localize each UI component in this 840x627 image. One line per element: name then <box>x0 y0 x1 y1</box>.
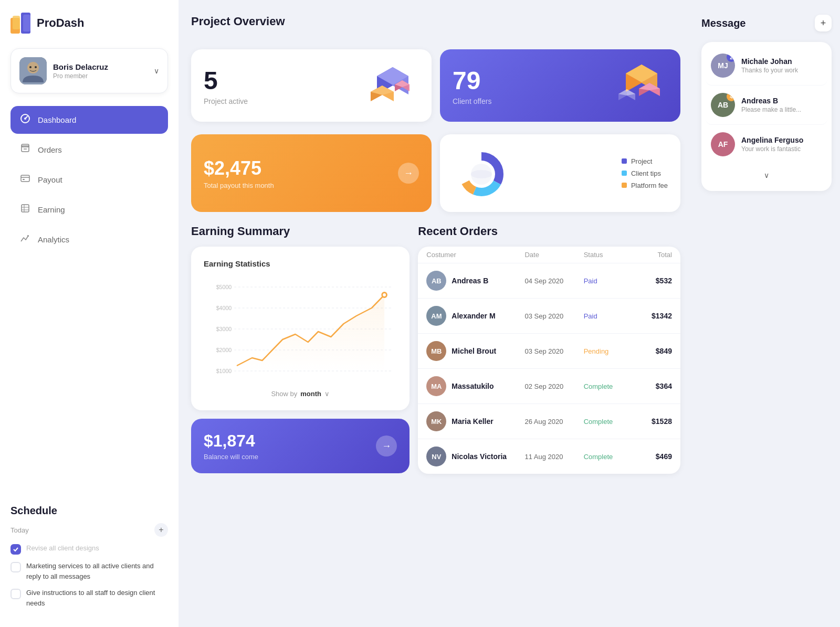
customer-avatar: AB <box>426 271 446 291</box>
stat1-label: Project active <box>204 97 248 105</box>
show-by-row: Show by month ∨ <box>204 390 397 398</box>
messages-list: MJ2 Michale Johan Thanks fo your work AB… <box>701 42 832 191</box>
sidebar-item-orders[interactable]: Orders <box>10 136 168 164</box>
add-schedule-button[interactable]: + <box>154 523 168 537</box>
customer-cell: AM Alexander M <box>426 306 524 326</box>
message-item[interactable]: AF Angelina Ferguso Your work is fantast… <box>706 125 827 164</box>
svg-text:$5000: $5000 <box>216 284 232 290</box>
legend-client-tips-label: Client tips <box>631 169 661 177</box>
message-name: Michale Johan <box>741 57 822 66</box>
dashboard-icon <box>20 113 30 126</box>
schedule-item-0[interactable]: Revise all client designs <box>10 543 168 555</box>
message-content: Andreas B Please make a little... <box>741 97 822 113</box>
blocks-icon <box>366 62 419 109</box>
table-row[interactable]: MB Michel Brout 03 Sep 2020 Pending $849 <box>418 333 680 368</box>
svg-text:$1000: $1000 <box>216 368 232 374</box>
checkbox-0[interactable] <box>10 544 21 555</box>
customer-avatar: MK <box>426 411 446 431</box>
overview-title: Project Overview <box>191 15 680 28</box>
sidebar-item-analytics[interactable]: Analytics <box>10 226 168 253</box>
chart-inner-title: Earning Statistics <box>204 259 397 268</box>
legend-project-label: Project <box>631 157 652 165</box>
order-status: Pending <box>584 347 633 355</box>
user-card[interactable]: Boris Delacruz Pro member ∨ <box>10 48 168 93</box>
payout-arrow-icon[interactable]: → <box>398 163 419 184</box>
messages-panel: Message + MJ2 Michale Johan Thanks fo yo… <box>693 0 840 627</box>
table-row[interactable]: NV Nicolas Victoria 11 Aug 2020 Complete… <box>418 439 680 474</box>
customer-name: Andreas B <box>452 277 488 285</box>
customer-cell: NV Nicolas Victoria <box>426 447 524 466</box>
balance-label: Balance will come <box>204 453 258 461</box>
svg-point-42 <box>471 170 492 178</box>
customer-name: Maria Keller <box>452 417 493 426</box>
balance-card: $1,874 Balance will come → <box>191 419 410 473</box>
user-name: Boris Delacruz <box>53 62 148 71</box>
schedule-text-2: Give instructions to all staff to design… <box>26 588 168 608</box>
donut-chart <box>453 147 510 199</box>
sidebar-item-earning[interactable]: Earning <box>10 196 168 224</box>
customer-name: Alexander M <box>452 312 495 320</box>
legend-platform-fee: Platform fee <box>622 182 668 189</box>
show-more-messages[interactable]: ∨ <box>706 164 827 187</box>
table-row[interactable]: MA Massatukilo 02 Sep 2020 Complete $364 <box>418 368 680 403</box>
payout-icon <box>20 173 30 186</box>
schedule-item-2[interactable]: Give instructions to all staff to design… <box>10 588 168 608</box>
period-chevron-icon[interactable]: ∨ <box>324 390 330 398</box>
legend-platform-fee-label: Platform fee <box>631 182 668 189</box>
today-label: Today <box>10 526 29 534</box>
orders-section: Recent Orders Costumer Date Status Total… <box>418 225 680 474</box>
orders-title: Recent Orders <box>418 225 680 238</box>
order-status: Complete <box>584 453 633 461</box>
stat2-number: 79 <box>453 66 491 95</box>
order-date: 11 Aug 2020 <box>524 453 583 461</box>
order-date: 02 Sep 2020 <box>524 382 583 390</box>
stat1-info: 5 Project active <box>204 66 248 105</box>
schedule-section: Schedule Today + Revise all client desig… <box>10 494 168 614</box>
legend-platform-fee-dot <box>622 183 627 188</box>
add-message-button[interactable]: + <box>815 15 832 31</box>
customer-name: Michel Brout <box>452 347 496 355</box>
logo-area: ProDash <box>10 13 168 34</box>
payout-card: $2,475 Total payout this month → <box>191 134 432 212</box>
sidebar-item-dashboard-label: Dashboard <box>38 115 76 124</box>
balance-arrow-icon[interactable]: → <box>376 435 397 456</box>
message-preview: Your work is fantastic <box>741 145 822 153</box>
show-by-label: Show by <box>271 390 297 398</box>
sidebar: ProDash Boris Delacruz Pro member ∨ <box>0 0 178 627</box>
checkbox-1[interactable] <box>10 562 21 572</box>
schedule-text-1: Marketing services to all active clients… <box>26 561 168 581</box>
schedule-item-1[interactable]: Marketing services to all active clients… <box>10 561 168 581</box>
svg-rect-13 <box>21 175 29 182</box>
customer-avatar: NV <box>426 447 446 466</box>
chart-container: Earning Statistics $5000 $4000 $3000 $20… <box>191 247 410 410</box>
payout-donut-row: $2,475 Total payout this month → Proje <box>191 134 680 212</box>
sidebar-item-payout[interactable]: Payout <box>10 166 168 194</box>
order-total: $1528 <box>633 417 672 426</box>
user-chevron-icon[interactable]: ∨ <box>154 67 159 75</box>
customer-cell: AB Andreas B <box>426 271 524 291</box>
message-items: MJ2 Michale Johan Thanks fo your work AB… <box>706 46 827 164</box>
message-item[interactable]: MJ2 Michale Johan Thanks fo your work <box>706 46 827 86</box>
message-content: Angelina Ferguso Your work is fantastic <box>741 136 822 153</box>
message-item[interactable]: AB4 Andreas B Please make a little... <box>706 86 827 125</box>
user-info: Boris Delacruz Pro member <box>53 62 148 80</box>
app-name: ProDash <box>37 16 84 30</box>
svg-rect-15 <box>23 179 25 180</box>
message-name: Andreas B <box>741 97 822 105</box>
stat2-label: Client offers <box>453 97 491 105</box>
table-row[interactable]: AB Andreas B 04 Sep 2020 Paid $532 <box>418 263 680 298</box>
projects-active-card: 5 Project active <box>191 49 432 122</box>
donut-card: Project Client tips Platform fee <box>440 134 680 212</box>
table-row[interactable]: AM Alexander M 03 Sep 2020 Paid $1342 <box>418 298 680 333</box>
overview-cards: 5 Project active 79 <box>191 49 680 122</box>
order-date: 03 Sep 2020 <box>524 347 583 355</box>
sidebar-item-dashboard[interactable]: Dashboard <box>10 106 168 134</box>
customer-avatar: AM <box>426 306 446 326</box>
table-row[interactable]: MK Maria Keller 26 Aug 2020 Complete $15… <box>418 403 680 439</box>
sidebar-item-orders-label: Orders <box>38 145 62 154</box>
blocks-purple-icon <box>615 62 668 109</box>
messages-header: Message + <box>701 15 832 31</box>
checkbox-2[interactable] <box>10 589 21 599</box>
message-avatar: AF <box>711 132 735 156</box>
order-total: $532 <box>633 277 672 285</box>
